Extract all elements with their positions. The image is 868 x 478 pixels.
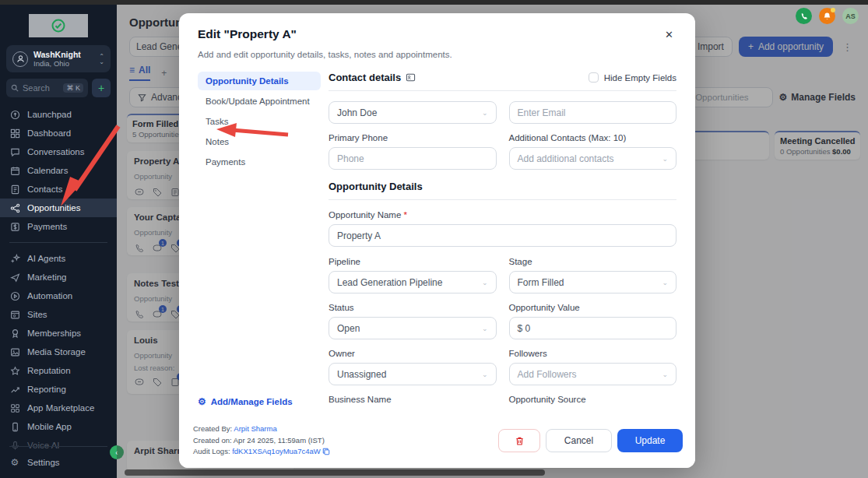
sidebar-item-automation[interactable]: Automation [0,286,117,305]
dashboard-icon [9,128,20,139]
browser-window-icon [9,309,20,320]
sidebar-item-media-storage[interactable]: Media Storage [0,343,117,361]
sidebar-item-calendars[interactable]: Calendars [0,161,117,180]
followers-select[interactable]: Add Followers⌄ [509,363,677,385]
gear-icon: ⚙ [9,457,20,468]
trash-icon [515,436,525,446]
automation-play-icon [9,290,20,301]
stage-field: Stage Form Filled⌄ [509,257,677,293]
app-root: WashKnight India, Ohio ⌃⌄ Search ⌘ K + L… [0,0,868,478]
chevron-down-icon: ⌄ [482,109,488,117]
bell-icon [823,12,831,20]
mobile-phone-icon [9,421,20,432]
user-avatar[interactable]: AS [842,8,859,24]
medal-icon [9,328,20,339]
add-manage-fields-button[interactable]: ⚙ Add/Manage Fields [198,396,293,407]
email-input[interactable]: Enter Email [509,101,677,124]
phone-input[interactable]: Phone [329,147,497,170]
sidebar-quick-add-button[interactable]: + [92,79,111,97]
sidebar-item-ai-agents[interactable]: AI Agents [0,249,117,268]
account-location: India, Ohio [33,59,81,68]
update-button[interactable]: Update [617,429,683,452]
contact-name-select[interactable]: John Doe⌄ [329,101,497,124]
gear-icon: ⚙ [198,396,206,407]
cancel-button[interactable]: Cancel [546,429,612,452]
sidebar-item-settings[interactable]: ⚙Settings [0,453,117,472]
browser-top-strip [0,0,868,5]
sidebar-item-reputation[interactable]: Reputation [0,361,117,380]
opportunity-value-input[interactable]: $ 0 [509,317,677,339]
modal-tab-list: Opportunity Details Book/Update Appointm… [198,72,321,416]
chevron-down-icon: ⌄ [662,371,668,378]
opportunity-value-field: Opportunity Value $ 0 [509,303,677,339]
edit-opportunity-modal: Edit "Property A" ✕ Add and edit opportu… [179,13,695,468]
status-field: Status Open⌄ [329,303,497,339]
checkbox-icon [589,72,599,83]
opportunities-network-icon [9,202,20,213]
sidebar: WashKnight India, Ohio ⌃⌄ Search ⌘ K + L… [0,5,117,478]
additional-contacts-select[interactable]: Add additional contacts⌄ [509,147,677,170]
sidebar-item-memberships[interactable]: Memberships [0,324,117,343]
chat-bubble-icon [9,146,20,157]
owner-field: Owner Unassigned⌄ [329,349,497,385]
chevron-updown-icon: ⌃⌄ [99,54,104,65]
primary-phone-field: Primary Phone Phone [329,133,497,170]
sidebar-search-placeholder: Search [23,83,50,93]
chevron-down-icon: ⌄ [482,325,488,332]
agency-logo [29,14,88,37]
sidebar-item-conversations[interactable]: Conversations [0,142,117,161]
sidebar-divider [9,242,107,243]
opportunity-source-field: Opportunity Source [509,395,677,409]
sidebar-item-mobile-app[interactable]: Mobile App [0,417,117,436]
modal-tab-tasks[interactable]: Tasks [198,112,321,131]
business-name-field: Business Name [329,395,497,409]
sidebar-search-input[interactable]: Search ⌘ K [6,79,88,97]
modal-tab-payments[interactable]: Payments [198,153,321,171]
email-field: Enter Email [509,101,677,124]
notifications-button[interactable] [819,8,835,24]
required-asterisk: * [404,210,407,220]
modal-tab-opportunity-details[interactable]: Opportunity Details [198,72,321,90]
contacts-book-icon [9,184,20,195]
modal-tab-notes[interactable]: Notes [198,132,321,151]
account-switcher[interactable]: WashKnight India, Ohio ⌃⌄ [6,45,111,72]
audit-logs-link[interactable]: fdKX1XSAq1oyMua7c4aW [232,447,321,455]
close-icon[interactable]: ✕ [662,27,676,42]
modal-title: Edit "Property A" [198,27,297,41]
star-icon [9,365,20,376]
image-icon [9,346,20,357]
delete-opportunity-button[interactable] [498,429,540,452]
sidebar-item-launchpad[interactable]: Launchpad [0,105,117,124]
hide-empty-fields-toggle[interactable]: Hide Empty Fields [589,72,676,83]
chevron-down-icon: ⌄ [662,155,668,163]
chevron-down-icon: ⌄ [482,371,488,378]
modal-footer-meta: Created By: Arpit Sharma Created on: Apr… [193,424,330,458]
created-by-link[interactable]: Arpit Sharma [234,424,276,433]
additional-contacts-field: Additional Contacts (Max: 10) Add additi… [509,133,677,170]
copy-icon[interactable] [322,448,330,455]
contact-card-icon [406,72,416,83]
sidebar-item-sites[interactable]: Sites [0,305,117,324]
horizontal-scrollbar[interactable] [125,469,545,476]
opportunity-name-input[interactable]: Property A [329,224,676,247]
opportunity-details-heading: Opportunity Details [329,181,423,192]
modal-tab-book-appointment[interactable]: Book/Update Appointment [198,92,321,111]
sidebar-item-payments[interactable]: Payments [0,217,117,236]
sidebar-item-marketing[interactable]: Marketing [0,268,117,286]
status-select[interactable]: Open⌄ [329,317,497,339]
followers-field: Followers Add Followers⌄ [509,349,677,385]
sidebar-item-reporting[interactable]: Reporting [0,380,117,399]
sidebar-item-contacts[interactable]: Contacts [0,180,117,199]
trend-chart-icon [9,384,20,395]
check-circle-icon [51,18,66,33]
sidebar-item-opportunities[interactable]: Opportunities [0,199,117,217]
sidebar-item-dashboard[interactable]: Dashboard [0,124,117,142]
account-name: WashKnight [33,50,81,59]
contact-details-heading: Contact details [329,72,401,83]
launchpad-icon [9,109,20,120]
pipeline-select[interactable]: Lead Generation Pipeline⌄ [329,271,497,293]
sidebar-item-app-marketplace[interactable]: App Marketplace [0,399,117,417]
owner-select[interactable]: Unassigned⌄ [329,363,497,385]
stage-select[interactable]: Form Filled⌄ [509,271,677,293]
phone-button[interactable] [796,8,812,24]
